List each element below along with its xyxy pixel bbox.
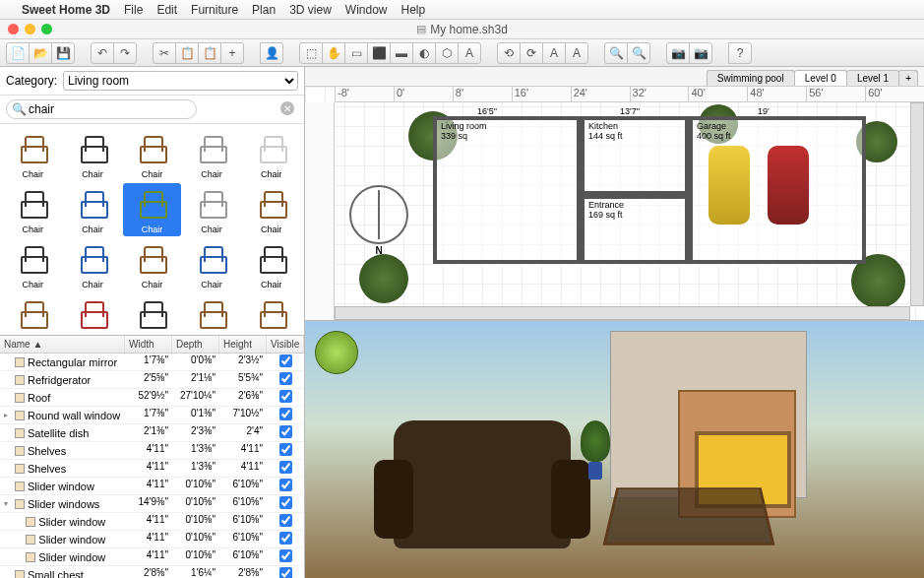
redo-button[interactable]: ↷: [113, 42, 137, 64]
catalog-item[interactable]: Chair with c…: [4, 293, 62, 336]
rotate-ccw-button[interactable]: ⟲: [497, 42, 521, 64]
catalog-item[interactable]: Chair: [4, 238, 62, 291]
open-button[interactable]: 📂: [29, 42, 52, 64]
catalog-item[interactable]: Chair: [123, 128, 181, 181]
minimize-button[interactable]: [25, 24, 35, 34]
furniture-row[interactable]: Roof52'9½"27'10¼"2'6⅜": [0, 389, 304, 407]
text-bigger-button[interactable]: A: [542, 42, 566, 64]
help-button[interactable]: ?: [728, 42, 752, 64]
compass-icon[interactable]: [349, 185, 408, 244]
add-furniture-button[interactable]: 👤: [260, 42, 283, 64]
visible-checkbox[interactable]: [279, 408, 292, 420]
visible-checkbox[interactable]: [279, 567, 292, 578]
cut-button[interactable]: ✂: [153, 42, 176, 64]
menu-furniture[interactable]: Furniture: [191, 3, 238, 17]
search-input[interactable]: [6, 99, 197, 119]
3d-view-pane[interactable]: [305, 321, 924, 578]
catalog-item[interactable]: Chair: [64, 128, 122, 181]
catalog-item[interactable]: Chair: [123, 183, 181, 236]
furniture-row[interactable]: Rectangular mirror1'7⅜"0'0⅜"2'3½": [0, 353, 304, 371]
furniture-row[interactable]: ▾Slider windows14'9⅜"0'10⅝"6'10⅝": [0, 495, 304, 513]
furniture-row[interactable]: Slider window4'11"0'10⅝"6'10⅝": [0, 531, 304, 548]
plan-canvas[interactable]: -8'0'8'16'24'32'40'48'56'60' Living room…: [305, 87, 924, 320]
floor-plan[interactable]: Living room339 sqKitchen144 sq ftEntranc…: [433, 116, 886, 293]
copy-button[interactable]: 📋: [175, 42, 199, 64]
plan-hscrollbar[interactable]: [335, 306, 910, 320]
catalog-item[interactable]: Chair: [183, 238, 241, 291]
menu-edit[interactable]: Edit: [156, 3, 177, 17]
visible-checkbox[interactable]: [279, 532, 292, 545]
delete-button[interactable]: +: [220, 42, 244, 64]
catalog-item[interactable]: Chair: [64, 183, 122, 236]
visible-checkbox[interactable]: [279, 443, 292, 456]
menu-3dview[interactable]: 3D view: [289, 3, 332, 17]
furniture-list-header[interactable]: Name ▲ Width Depth Height Visible: [0, 336, 304, 353]
video-button[interactable]: 📷: [689, 42, 712, 64]
catalog-item[interactable]: Chair: [4, 183, 62, 236]
rotate-cw-button[interactable]: ⟳: [520, 42, 543, 64]
level-tab[interactable]: Swimming pool: [707, 70, 795, 86]
furniture-row[interactable]: Refridgerator2'5⅝"2'1⅛"5'5¾": [0, 371, 304, 389]
col-depth[interactable]: Depth: [172, 336, 219, 353]
zoom-in-button[interactable]: 🔍: [604, 42, 628, 64]
menu-help[interactable]: Help: [401, 3, 426, 17]
text-smaller-button[interactable]: A: [565, 42, 588, 64]
visible-checkbox[interactable]: [279, 514, 292, 527]
menu-file[interactable]: File: [124, 3, 143, 17]
furniture-row[interactable]: Satellite dish2'1⅜"2'3⅜"2'4": [0, 424, 304, 442]
tree-icon[interactable]: [359, 254, 408, 303]
room[interactable]: Kitchen144 sq ft: [581, 116, 689, 195]
room-tool[interactable]: ⬛: [367, 42, 391, 64]
furniture-row[interactable]: Small chest2'8⅝"1'6¼"2'8⅝": [0, 566, 304, 578]
catalog-item[interactable]: Child chair: [64, 293, 122, 336]
app-name[interactable]: Sweet Home 3D: [22, 3, 110, 17]
visible-checkbox[interactable]: [279, 479, 292, 491]
col-height[interactable]: Height: [219, 336, 267, 353]
zoom-button[interactable]: [41, 24, 52, 34]
visible-checkbox[interactable]: [279, 496, 292, 509]
undo-button[interactable]: ↶: [91, 42, 114, 64]
col-name[interactable]: Name ▲: [0, 336, 125, 353]
new-button[interactable]: 📄: [6, 42, 30, 64]
catalog-item[interactable]: Chair: [242, 183, 300, 236]
catalog-item[interactable]: Chair: [183, 183, 241, 236]
col-visible[interactable]: Visible: [267, 336, 304, 353]
clear-search-icon[interactable]: ✕: [280, 101, 294, 115]
furniture-catalog[interactable]: ChairChairChairChairChairChairChairChair…: [0, 124, 304, 336]
wall-tool[interactable]: ▭: [344, 42, 368, 64]
polyline-tool[interactable]: ▬: [390, 42, 413, 64]
visible-checkbox[interactable]: [279, 425, 292, 438]
visible-checkbox[interactable]: [279, 354, 292, 367]
car-icon[interactable]: [768, 146, 809, 225]
photo-button[interactable]: 📷: [666, 42, 690, 64]
visible-checkbox[interactable]: [279, 461, 292, 474]
furniture-row[interactable]: Slider window4'11"0'10⅝"6'10⅝": [0, 478, 304, 495]
catalog-item[interactable]: Chair: [64, 238, 122, 291]
catalog-item[interactable]: Chair: [4, 128, 62, 181]
level-tab[interactable]: Level 1: [846, 70, 899, 86]
room[interactable]: Living room339 sq: [433, 116, 581, 264]
save-button[interactable]: 💾: [51, 42, 75, 64]
plan-vscrollbar[interactable]: [910, 102, 924, 306]
furniture-row[interactable]: Slider window4'11"0'10⅝"6'10⅝": [0, 513, 304, 531]
menu-window[interactable]: Window: [345, 3, 388, 17]
car-icon[interactable]: [708, 146, 750, 225]
catalog-item[interactable]: Lattice chair: [123, 293, 181, 336]
text-tool[interactable]: A: [458, 42, 481, 64]
select-tool[interactable]: ⬚: [299, 42, 323, 64]
category-select[interactable]: Living room: [63, 71, 298, 91]
furniture-row[interactable]: Slider window4'11"0'10⅝"6'10⅝": [0, 548, 304, 566]
furniture-list[interactable]: Name ▲ Width Depth Height Visible Rectan…: [0, 336, 304, 578]
room[interactable]: Entrance169 sq ft: [581, 195, 689, 264]
furniture-row[interactable]: Shelves4'11"1'3⅜"4'11": [0, 442, 304, 460]
menu-plan[interactable]: Plan: [252, 3, 276, 17]
catalog-item[interactable]: Chair: [183, 128, 241, 181]
close-button[interactable]: [8, 24, 19, 34]
dimension-tool[interactable]: ◐: [412, 42, 436, 64]
visible-checkbox[interactable]: [279, 549, 292, 562]
furniture-row[interactable]: ▸Round wall window1'7⅜"0'1⅜"7'10½": [0, 407, 304, 424]
visible-checkbox[interactable]: [279, 390, 292, 403]
level-tab[interactable]: Level 0: [794, 70, 847, 86]
furniture-row[interactable]: Shelves4'11"1'3⅜"4'11": [0, 460, 304, 478]
catalog-item[interactable]: Oak chair: [242, 293, 300, 336]
